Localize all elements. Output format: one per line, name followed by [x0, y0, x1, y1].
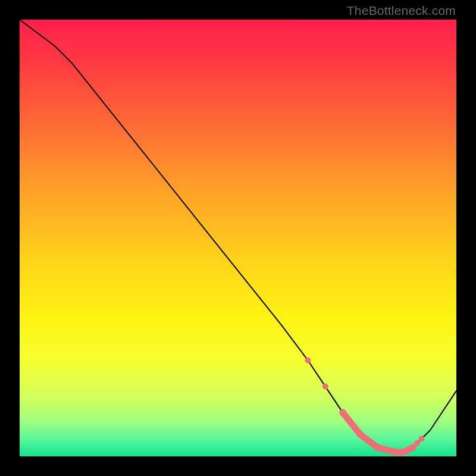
watermark-text: TheBottleneck.com [347, 4, 456, 18]
marker-dot [400, 449, 408, 456]
marker-dot [418, 436, 424, 442]
marker-dot [322, 384, 328, 390]
marker-dot [357, 431, 364, 438]
marker-dot [392, 449, 399, 456]
marker-dot [374, 444, 381, 451]
chart-frame: TheBottleneck.com [0, 0, 476, 476]
plot-area [20, 20, 456, 456]
marker-dot [339, 409, 346, 416]
marker-dot [305, 358, 311, 364]
marker-dot [414, 440, 420, 446]
curve-path [20, 20, 456, 452]
chart-svg [20, 20, 456, 456]
